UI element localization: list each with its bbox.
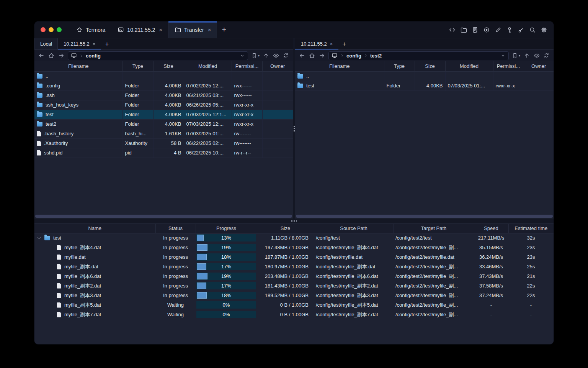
- chevron-down-icon[interactable]: [500, 53, 506, 58]
- column-header-size[interactable]: Size: [153, 61, 184, 71]
- column-header-progress[interactable]: Progress: [196, 224, 257, 233]
- keychain-icon[interactable]: [518, 26, 524, 33]
- file-row[interactable]: .config Folder 4.00KB 07/02/2025 12:... …: [34, 81, 293, 90]
- search-icon[interactable]: [529, 26, 536, 33]
- column-header-source-path[interactable]: Source Path: [314, 224, 394, 233]
- column-header-filename[interactable]: Filename: [34, 61, 122, 71]
- minimize-window-button[interactable]: [49, 27, 54, 32]
- file-icon: [57, 293, 61, 298]
- transfer-row[interactable]: myfile_副本.dat In progress 17% 180.97MB /…: [34, 262, 554, 271]
- transfer-name: myfile_副本3.dat: [64, 292, 101, 299]
- file-row[interactable]: .ssh Folder 4.00KB 06/21/2025 03:... rwx…: [34, 90, 293, 100]
- file-modified: 06/26/2025 05:...: [184, 100, 232, 110]
- column-header-type[interactable]: Type: [122, 61, 153, 71]
- horizontal-scrollbar[interactable]: [295, 214, 554, 219]
- chevron-down-icon[interactable]: [240, 53, 245, 58]
- file-row[interactable]: ..: [34, 71, 293, 81]
- transfer-splitter[interactable]: [34, 219, 554, 224]
- breadcrumb-segment[interactable]: config: [86, 53, 101, 59]
- file-row[interactable]: ..: [295, 71, 554, 81]
- progress-label: 0%: [196, 301, 256, 309]
- chevron-down-icon[interactable]: [37, 236, 41, 240]
- column-header-permissions[interactable]: Permissi...: [232, 61, 262, 71]
- horizontal-scrollbar[interactable]: [34, 214, 293, 219]
- column-header-modified[interactable]: Modified: [445, 61, 493, 71]
- record-icon[interactable]: [483, 26, 490, 33]
- transfer-row[interactable]: myfile_副本6.dat In progress 19% 203.48MB …: [34, 271, 554, 281]
- file-row[interactable]: sshd.pid pid 4 B 06/22/2025 10:... rw-r-…: [34, 148, 293, 158]
- tab-remote-session[interactable]: 10.211.55.2 ×: [295, 38, 338, 49]
- file-row[interactable]: test Folder 4.00KB 07/03/2025 12:1... rw…: [34, 110, 293, 119]
- refresh-icon[interactable]: [283, 52, 289, 59]
- forward-icon[interactable]: [318, 52, 325, 59]
- file-row[interactable]: .Xauthority Xauthority 58 B 06/22/2025 0…: [34, 138, 293, 148]
- column-header-filename[interactable]: Filename: [295, 61, 384, 71]
- bookmark-button[interactable]: ▾: [251, 53, 260, 59]
- transfer-row[interactable]: myfile_副本2.dat In progress 17% 181.43MB …: [34, 281, 554, 291]
- back-icon[interactable]: [38, 52, 45, 59]
- column-header-target-path[interactable]: Target Path: [394, 224, 474, 233]
- scrollbar-thumb[interactable]: [296, 215, 553, 218]
- folder-icon[interactable]: [460, 26, 467, 33]
- close-tab-icon[interactable]: ×: [208, 26, 211, 33]
- file-row[interactable]: .bash_history bash_hi... 1.61KB 07/03/20…: [34, 129, 293, 138]
- edit-icon[interactable]: [495, 26, 501, 33]
- refresh-icon[interactable]: [543, 52, 550, 59]
- terminal-icon: [118, 26, 124, 33]
- parent-directory-icon[interactable]: [263, 52, 270, 59]
- progress-bar: 17%: [196, 263, 256, 270]
- column-header-speed[interactable]: Speed: [474, 224, 508, 233]
- column-header-owner[interactable]: Owner: [524, 61, 554, 71]
- home-icon[interactable]: [309, 52, 315, 59]
- back-icon[interactable]: [299, 52, 305, 59]
- log-icon[interactable]: [472, 26, 479, 33]
- tab-session[interactable]: 10.211.55.2 ×: [111, 21, 168, 38]
- file-row[interactable]: test Folder 4.00KB 07/03/2025 01:... rwx…: [295, 81, 554, 90]
- column-header-estimated-time[interactable]: Estimated time: [508, 224, 554, 233]
- column-header-permissions[interactable]: Permissi...: [493, 61, 524, 71]
- close-window-button[interactable]: [41, 27, 46, 32]
- column-header-status[interactable]: Status: [155, 224, 196, 233]
- bookmark-button[interactable]: ▾: [512, 53, 520, 59]
- scrollbar-thumb[interactable]: [35, 215, 292, 218]
- tab-remote-session[interactable]: 10.211.55.2 ×: [58, 38, 101, 49]
- new-panel-tab-button[interactable]: +: [101, 38, 113, 49]
- forward-icon[interactable]: [58, 52, 65, 59]
- tab-transfer[interactable]: Transfer ×: [168, 21, 217, 38]
- path-breadcrumb[interactable]: config: [68, 51, 248, 60]
- close-tab-icon[interactable]: ×: [93, 41, 96, 47]
- transfer-row[interactable]: myfile_副本4.dat In progress 19% 197.48MB …: [34, 243, 554, 252]
- new-tab-button[interactable]: +: [217, 21, 231, 38]
- breadcrumb-segment[interactable]: config: [346, 53, 361, 59]
- window-tabs: Termora 10.211.55.2 × Transfer × +: [70, 21, 231, 38]
- transfer-row[interactable]: myfile_副本7.dat Waiting 0% 0 B / 1.00GB /…: [34, 310, 554, 319]
- zoom-window-button[interactable]: [57, 27, 62, 32]
- settings-icon[interactable]: [541, 26, 547, 33]
- breadcrumb-segment[interactable]: test2: [370, 53, 382, 59]
- show-hidden-icon[interactable]: [273, 52, 279, 59]
- transfer-row[interactable]: myfile_副本3.dat In progress 18% 189.52MB …: [34, 291, 554, 300]
- new-panel-tab-button[interactable]: +: [338, 38, 350, 49]
- column-header-name[interactable]: Name: [34, 224, 155, 233]
- close-tab-icon[interactable]: ×: [159, 26, 162, 33]
- column-header-owner[interactable]: Owner: [262, 61, 293, 71]
- show-hidden-icon[interactable]: [533, 52, 540, 59]
- tab-local[interactable]: Local: [34, 38, 58, 49]
- close-tab-icon[interactable]: ×: [330, 41, 333, 47]
- tab-termora[interactable]: Termora: [70, 21, 111, 38]
- transfer-row[interactable]: myfile_副本5.dat Waiting 0% 0 B / 1.00GB /…: [34, 300, 554, 310]
- transfer-row[interactable]: myfile.dat In progress 18% 187.87MB / 1.…: [34, 252, 554, 262]
- file-row[interactable]: test2 Folder 4.00KB 07/03/2025 12:... rw…: [34, 119, 293, 129]
- key-icon[interactable]: [506, 26, 513, 33]
- home-icon[interactable]: [48, 52, 55, 59]
- file-row[interactable]: ssh_host_keys Folder 4.00KB 06/26/2025 0…: [34, 100, 293, 110]
- column-header-type[interactable]: Type: [384, 61, 415, 71]
- column-header-size[interactable]: Size: [257, 224, 314, 233]
- column-header-modified[interactable]: Modified: [184, 61, 232, 71]
- parent-directory-icon[interactable]: [523, 52, 530, 59]
- transfer-row[interactable]: test In progress 13% 1.11GB / 8.00GB /co…: [34, 233, 554, 243]
- column-header-size[interactable]: Size: [415, 61, 445, 71]
- code-icon[interactable]: [449, 26, 456, 33]
- path-breadcrumb[interactable]: config test2: [328, 51, 509, 60]
- file-permissions: rwx------: [232, 81, 262, 90]
